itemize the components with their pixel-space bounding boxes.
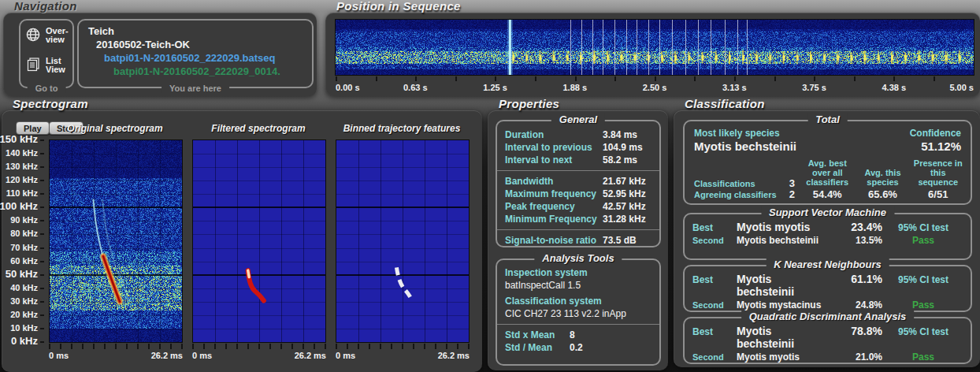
sequence-time-labels: 0.00 s 0.63 s 1.25 s 1.88 s 2.50 s 3.13 … [336,83,974,93]
stat-avg-species: Avg. this species 65.6% [856,168,911,200]
time-ticks-filtered [192,344,326,349]
y-tick-label: 140 kHz [6,147,44,158]
inspection-system-value: batInspectCall 1.5 [505,279,655,292]
binned-features-image [336,140,469,342]
navigation-title: Navigation [14,0,77,13]
knn-group: K Nearest Neighbours Best Myotis bechste… [683,265,972,312]
second-label: Second [692,300,737,310]
best-value: 78.8% [827,325,882,337]
time-tick-label: 3.75 s [802,83,826,92]
best-species: Myotis myotis [737,221,827,233]
agreeing-classifiers-label: Agreeing classifiers [694,189,789,200]
time-ticks-original [49,344,183,349]
you-are-here-label: You are here [161,84,229,93]
qda-group: Quadratic Discriminant Analysis Best Myo… [683,317,972,364]
best-value: 23.4% [827,221,882,233]
y-tick-label: 70 kHz [10,242,44,253]
second-species: Myotis myotis [737,352,827,363]
sequence-spectrogram[interactable] [335,19,974,76]
property-row: Interval to previous104.9 ms [505,141,655,154]
goto-group: Over-view ListView Go to [19,19,74,88]
breadcrumb-site: Teich [79,24,312,38]
best-value: 61.1% [827,273,882,285]
time-tick-label: 5.00 s [949,83,974,92]
divider [497,170,659,171]
classifications-label: Classifications [694,178,789,189]
y-tick-label: 100 kHz [0,201,44,212]
navigation-panel: Navigation Over-view ListView Go to [3,13,317,96]
spectrogram-panel: Spectrogram Play Stop Original spectrogr… [2,110,482,372]
second-value: 21.0% [827,352,882,363]
breadcrumb-folder: 20160502-Teich-OK [79,38,312,51]
filtered-spectrogram-label: Filtered spectrogram [192,123,325,134]
time-ticks-binned [336,344,470,349]
time-tick-label: 0.63 s [403,83,428,92]
listview-label-2: View [46,65,65,74]
stat-avg-best: Avg. best over all classifiers 54.4% [800,158,856,200]
second-value: 13.5% [827,235,882,246]
properties-panel: Properties General Duration3.84 ms Inter… [488,110,668,370]
filtered-spectrogram-image [193,140,325,342]
time-labels-filtered: 0 ms 26.2 ms [192,351,326,360]
y-tick-label: 20 kHz [10,309,44,320]
property-row: Maximum frequency52.95 kHz [505,188,655,200]
best-label: Best [692,222,737,233]
x-start-label: 0 ms [192,351,212,360]
ci-test-label: 95% CI test [882,274,964,285]
time-tick-label: 0.00 s [336,83,360,92]
breadcrumb-call[interactable]: batpi01-N-20160502_222029_0014. [79,65,312,78]
ci-test-label: 95% CI test [882,222,964,233]
position-in-sequence-panel: Position in Sequence 0.00 s 0.63 s 1.25 … [325,13,980,96]
confidence-value: 51.12% [921,140,961,153]
second-species: Myotis mystacinus [737,299,827,311]
time-tick-label: 2.50 s [643,83,667,92]
y-tick-label: 90 kHz [10,214,44,225]
analysis-tools-group: Analysis Tools Inspection system batInsp… [496,259,661,366]
analysis-tools-legend: Analysis Tools [534,252,622,264]
second-label: Second [692,236,737,245]
ci-test-result: Pass [882,235,964,246]
x-start-label: 0 ms [49,351,69,360]
properties-title: Properties [499,97,559,110]
y-tick-label: 0 kHz [11,336,44,347]
best-label: Best [692,326,737,337]
position-in-sequence-title: Position in Sequence [336,0,461,13]
confidence-label: Confidence [910,128,961,139]
list-view-button[interactable]: ListView [24,55,67,76]
property-row: Minimum Frequency31.28 kHz [505,213,655,225]
y-tick-label: 40 kHz [10,282,44,293]
original-spectrogram-label: Original spectrogram [49,123,181,134]
x-start-label: 0 ms [336,351,355,360]
general-legend: General [551,113,605,125]
classifications-value: 3 [789,178,795,189]
y-tick-label: 120 kHz [6,174,44,185]
breadcrumb-sequence[interactable]: batpi01-N-20160502_222029.batseq [79,51,312,65]
svm-group: Support Vector Machine Best Myotis myoti… [683,213,972,260]
total-group: Total Most likely species Confidence Myo… [683,120,972,205]
overview-button[interactable]: Over-view [24,25,70,46]
x-end-label: 26.2 ms [295,351,326,360]
documents-icon [25,57,41,74]
property-row: Std x Mean8 [505,329,655,341]
y-tick-label: 130 kHz [6,161,44,172]
general-group: General Duration3.84 ms Interval to prev… [496,120,661,247]
best-label: Best [692,274,737,285]
y-tick-label: 50 kHz [6,269,44,280]
time-labels-original: 0 ms 26.2 ms [49,351,183,360]
property-row: Signal-to-noise ratio73.5 dB [505,234,655,247]
divider [497,229,659,230]
most-likely-species-value: Myotis bechsteinii [694,140,796,153]
original-spectrogram-image [50,140,182,342]
best-species: Myotis bechsteinii [737,273,827,298]
agreeing-classifiers-value: 2 [789,189,795,200]
divider [497,324,659,325]
second-value: 24.8% [827,299,882,311]
time-labels-binned: 0 ms 26.2 ms [336,351,470,360]
frequency-axis: 150 kHz 140 kHz 130 kHz 120 kHz 110 kHz … [2,140,46,343]
qda-legend: Quadratic Discriminant Analysis [741,311,915,322]
stat-presence: Presence in this sequence 6/51 [911,158,967,200]
property-row: Duration3.84 ms [505,128,655,141]
property-row: Bandwidth21.67 kHz [505,175,655,188]
ci-test-result: Pass [882,352,964,363]
classification-system-value: CIC CH27 23 113 v2.2 inApp [505,307,655,320]
